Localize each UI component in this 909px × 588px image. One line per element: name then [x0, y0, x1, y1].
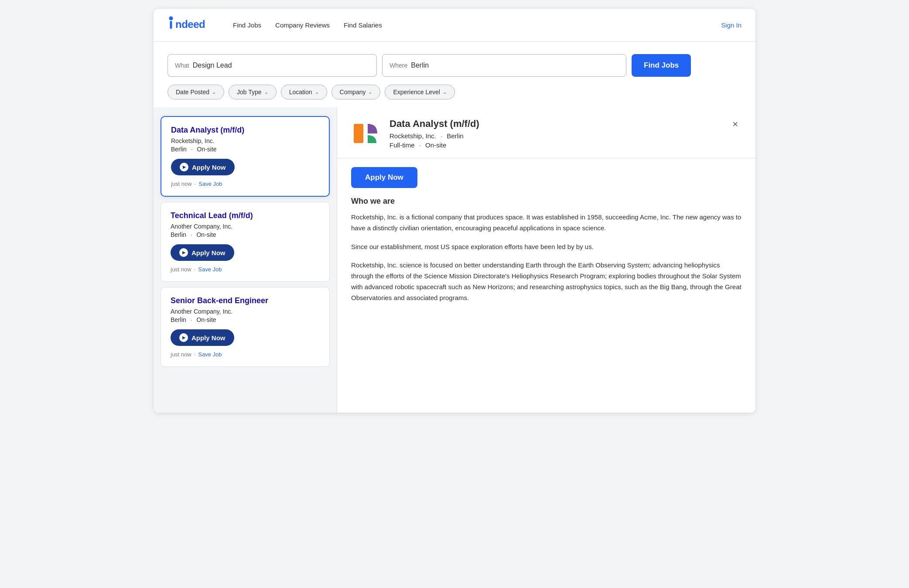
chevron-down-icon: ⌄: [368, 89, 372, 95]
job-card-1-company: Rocketship, Inc.: [171, 137, 319, 144]
job-card-3[interactable]: Senior Back-end Engineer Another Company…: [161, 287, 330, 367]
job-card-3-timestamp: just now: [171, 351, 191, 358]
filter-job-type-label: Job Type: [237, 89, 262, 96]
apply-arrow-icon: [180, 163, 188, 171]
job-card-2-meta: just now · Save Job: [171, 266, 320, 273]
nav-find-jobs[interactable]: Find Jobs: [233, 21, 261, 29]
svg-text:ndeed: ndeed: [175, 18, 205, 30]
job-card-2-apply-button[interactable]: Apply Now: [171, 244, 234, 261]
detail-company: Rocketship, Inc.: [390, 132, 436, 140]
what-label: What: [175, 62, 189, 69]
apply-arrow-icon: [179, 333, 188, 342]
nav-find-salaries[interactable]: Find Salaries: [344, 21, 382, 29]
job-detail-type: Full-time · On-site: [390, 141, 479, 149]
detail-paragraph-3: Rocketship, Inc. science is focused on b…: [351, 260, 742, 303]
filter-company-label: Company: [340, 89, 366, 96]
job-card-2-location: Berlin · On-site: [171, 231, 320, 238]
job-detail-title: Data Analyst (m/f/d): [390, 118, 479, 130]
who-we-are-title: Who we are: [351, 197, 742, 206]
filter-date-posted[interactable]: Date Posted ⌄: [167, 85, 224, 99]
svg-rect-3: [354, 124, 363, 143]
job-card-2-company: Another Company, Inc.: [171, 223, 320, 230]
job-card-2-save-link[interactable]: Save Job: [198, 266, 222, 273]
apply-arrow-icon: [179, 248, 188, 257]
job-card-3-save-link[interactable]: Save Job: [198, 351, 222, 358]
chevron-down-icon: ⌄: [315, 89, 319, 95]
nav-company-reviews[interactable]: Company Reviews: [275, 21, 330, 29]
detail-paragraph-2: Since our establishment, most US space e…: [351, 242, 742, 253]
job-card-1-location: Berlin · On-site: [171, 146, 319, 153]
job-detail-panel: Data Analyst (m/f/d) Rocketship, Inc. · …: [337, 107, 755, 413]
job-card-3-location: Berlin · On-site: [171, 316, 320, 323]
job-card-3-apply-label: Apply Now: [191, 334, 226, 342]
rocketship-logo-svg: [351, 118, 383, 149]
filter-company[interactable]: Company ⌄: [331, 85, 381, 99]
where-field: Where: [382, 54, 626, 77]
job-card-2-apply-label: Apply Now: [191, 249, 226, 256]
job-card-1-timestamp: just now: [171, 181, 192, 187]
dot-separator: ·: [195, 181, 196, 187]
filter-experience-level[interactable]: Experience Level ⌄: [385, 85, 454, 99]
detail-paragraph-1: Rocketship, Inc. is a fictional company …: [351, 212, 742, 234]
job-detail-header-left: Data Analyst (m/f/d) Rocketship, Inc. · …: [351, 118, 479, 149]
job-detail-info: Data Analyst (m/f/d) Rocketship, Inc. · …: [390, 118, 479, 149]
svg-rect-1: [170, 21, 172, 29]
job-card-3-title: Senior Back-end Engineer: [171, 296, 320, 305]
search-section: What Where Find Jobs Date Posted ⌄ Job T…: [154, 42, 755, 107]
close-detail-button[interactable]: ×: [729, 118, 742, 131]
sign-in-link[interactable]: Sign In: [721, 21, 742, 29]
job-card-3-meta: just now · Save Job: [171, 351, 320, 358]
detail-job-type: Full-time: [390, 141, 415, 149]
what-field: What: [167, 54, 377, 77]
job-card-2-title: Technical Lead (m/f/d): [171, 211, 320, 220]
detail-location: Berlin: [447, 132, 463, 140]
job-card-2-timestamp: just now: [171, 266, 191, 273]
chevron-down-icon: ⌄: [212, 89, 216, 95]
filter-job-type[interactable]: Job Type ⌄: [229, 85, 277, 99]
dot-separator: ·: [194, 351, 196, 358]
filter-date-posted-label: Date Posted: [176, 89, 209, 96]
job-detail-body: Who we are Rocketship, Inc. is a fiction…: [337, 197, 755, 413]
main-content: Data Analyst (m/f/d) Rocketship, Inc. Be…: [154, 107, 755, 413]
job-card-1[interactable]: Data Analyst (m/f/d) Rocketship, Inc. Be…: [161, 116, 330, 197]
job-card-1-apply-button[interactable]: Apply Now: [171, 159, 235, 175]
indeed-logo-svg: ndeed: [167, 16, 215, 31]
detail-work-type: On-site: [425, 141, 446, 149]
filter-experience-level-label: Experience Level: [393, 89, 440, 96]
chevron-down-icon: ⌄: [264, 89, 268, 95]
job-detail-header: Data Analyst (m/f/d) Rocketship, Inc. · …: [337, 107, 755, 158]
company-logo: [351, 118, 383, 149]
svg-point-0: [169, 17, 173, 21]
dot-separator: ·: [194, 266, 196, 273]
nav: Find Jobs Company Reviews Find Salaries: [233, 21, 721, 29]
job-card-1-save-link[interactable]: Save Job: [198, 181, 222, 187]
find-jobs-button[interactable]: Find Jobs: [632, 54, 691, 77]
job-card-3-apply-button[interactable]: Apply Now: [171, 329, 234, 346]
page-wrapper: ndeed Find Jobs Company Reviews Find Sal…: [154, 9, 755, 413]
filter-location[interactable]: Location ⌄: [281, 85, 327, 99]
job-card-3-company: Another Company, Inc.: [171, 308, 320, 315]
chevron-down-icon: ⌄: [443, 89, 447, 95]
where-input[interactable]: [411, 62, 619, 69]
header: ndeed Find Jobs Company Reviews Find Sal…: [154, 9, 755, 42]
job-card-1-title: Data Analyst (m/f/d): [171, 126, 319, 135]
filter-row: Date Posted ⌄ Job Type ⌄ Location ⌄ Comp…: [167, 85, 742, 99]
logo: ndeed: [167, 16, 215, 34]
filter-location-label: Location: [289, 89, 312, 96]
search-row: What Where Find Jobs: [167, 54, 742, 77]
job-card-2[interactable]: Technical Lead (m/f/d) Another Company, …: [161, 202, 330, 282]
job-card-1-apply-label: Apply Now: [192, 164, 226, 171]
what-input[interactable]: [193, 62, 369, 69]
job-list: Data Analyst (m/f/d) Rocketship, Inc. Be…: [154, 107, 337, 413]
job-card-1-meta: just now · Save Job: [171, 181, 319, 187]
detail-apply-button[interactable]: Apply Now: [351, 167, 417, 188]
job-detail-company-loc: Rocketship, Inc. · Berlin: [390, 132, 479, 140]
where-label: Where: [390, 62, 407, 69]
